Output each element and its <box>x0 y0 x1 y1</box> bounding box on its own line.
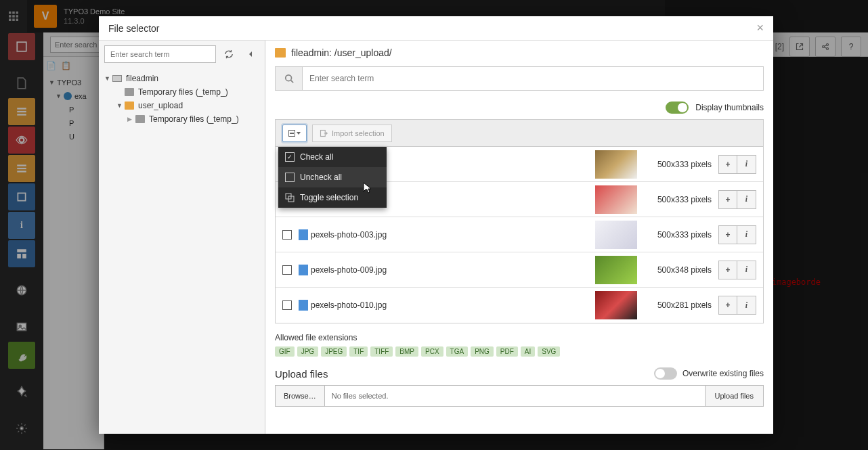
upload-section: Upload files Overwrite existing files Br… <box>275 367 764 407</box>
add-file-button[interactable]: + <box>718 296 737 315</box>
checkbox-checked-icon: ✓ <box>285 152 295 162</box>
file-info-button[interactable]: i <box>737 190 756 209</box>
file-checkbox[interactable] <box>282 300 292 310</box>
import-selection-button[interactable]: Import selection <box>312 125 392 142</box>
extension-badge: TIF <box>349 346 368 357</box>
file-thumbnail <box>595 185 637 214</box>
file-row: pexels-photo-010.jpg 500x281 pixels + i <box>276 288 763 323</box>
add-file-button[interactable]: + <box>718 190 737 209</box>
svg-point-28 <box>285 75 291 81</box>
file-checkbox[interactable] <box>282 265 292 275</box>
modal-title: File selector <box>108 23 159 34</box>
toggle-selection-item[interactable]: Toggle selection <box>278 187 387 208</box>
upload-button[interactable]: Upload files <box>706 385 764 407</box>
extension-badge: AI <box>521 346 535 357</box>
file-search-bar <box>275 66 764 91</box>
file-search-input[interactable] <box>302 66 764 91</box>
file-row: pexels-photo-009.jpg 500x348 pixels + i <box>276 252 763 288</box>
file-table-header: Import selection ✓ Check all Uncheck all <box>276 120 763 147</box>
extension-badge: JPEG <box>321 346 347 357</box>
search-icon[interactable] <box>275 66 302 91</box>
file-icon <box>299 229 308 240</box>
file-thumbnail <box>595 221 637 249</box>
folder-icon <box>135 115 145 123</box>
browse-button[interactable]: Browse… <box>275 385 325 407</box>
tree-root[interactable]: fileadmin <box>102 72 262 85</box>
folder-tree: fileadmin Temporary files (_temp_) user_… <box>99 68 265 130</box>
folder-icon <box>125 88 134 96</box>
chevron-down-icon <box>297 132 301 135</box>
file-dimensions: 500x281 pixels <box>644 300 712 310</box>
file-name[interactable]: pexels-photo-010.jpg <box>299 300 588 311</box>
file-list-panel: fileadmin: /user_upload/ Display thumbna… <box>265 41 773 434</box>
file-dimensions: 500x333 pixels <box>644 230 712 240</box>
file-row: pexels-photo-003.jpg 500x333 pixels + i <box>276 217 763 252</box>
display-thumbnails-label: Display thumbnails <box>695 103 764 112</box>
tree-node-child-temp[interactable]: Temporary files (_temp_) <box>102 112 262 126</box>
file-info-button[interactable]: i <box>737 261 756 279</box>
indeterminate-checkbox-icon <box>288 130 295 137</box>
file-table: Import selection ✓ Check all Uncheck all <box>275 119 764 323</box>
file-dimensions: 500x333 pixels <box>644 160 712 169</box>
allowed-label: Allowed file extensions <box>275 333 764 342</box>
extension-badge: PDF <box>496 346 518 357</box>
file-thumbnail <box>595 291 637 319</box>
disk-icon <box>112 75 122 82</box>
overwrite-toggle[interactable] <box>654 367 677 380</box>
file-dimensions: 500x348 pixels <box>644 265 712 275</box>
tree-node-userupload[interactable]: user_upload <box>102 99 262 112</box>
file-thumbnail <box>595 150 637 179</box>
upload-heading: Upload files <box>275 368 328 380</box>
file-status: No files selected. <box>325 385 706 407</box>
close-icon[interactable]: × <box>756 21 764 35</box>
file-info-button[interactable]: i <box>737 155 756 174</box>
uncheck-all-item[interactable]: Uncheck all <box>278 167 387 187</box>
extension-badge: GIF <box>275 346 295 357</box>
folder-tree-panel: fileadmin Temporary files (_temp_) user_… <box>99 41 265 434</box>
extension-badge: PCX <box>421 346 443 357</box>
extension-badge: SVG <box>538 346 560 357</box>
extension-badge: BMP <box>395 346 418 357</box>
selection-dropdown-menu: ✓ Check all Uncheck all <box>278 147 387 208</box>
display-thumbnails-toggle[interactable] <box>666 102 689 114</box>
file-info-button[interactable]: i <box>737 296 756 315</box>
add-file-button[interactable]: + <box>718 155 737 174</box>
breadcrumb: fileadmin: /user_upload/ <box>275 47 764 58</box>
collapse-icon[interactable] <box>242 45 259 63</box>
refresh-icon[interactable] <box>220 45 238 63</box>
extension-badge: TIFF <box>370 346 393 357</box>
allowed-extensions: Allowed file extensions GIFJPGJPEGTIFTIF… <box>275 333 764 357</box>
file-checkbox[interactable] <box>282 230 292 240</box>
file-icon <box>299 265 308 275</box>
extension-badge: PNG <box>471 346 494 357</box>
add-file-button[interactable]: + <box>718 225 737 244</box>
file-icon <box>299 300 308 311</box>
tree-search-input[interactable] <box>104 45 216 63</box>
folder-open-icon <box>125 102 134 110</box>
file-dimensions: 500x333 pixels <box>644 195 712 204</box>
toggle-selection-icon <box>285 193 295 202</box>
checkbox-empty-icon <box>285 173 295 182</box>
file-selector-modal: File selector × fileadmin Temporary file… <box>99 16 773 434</box>
folder-icon <box>275 48 286 58</box>
file-name[interactable]: pexels-photo-009.jpg <box>299 265 588 275</box>
selection-dropdown-button[interactable] <box>282 125 307 142</box>
overwrite-label: Overwrite existing files <box>682 369 764 378</box>
modal-header: File selector × <box>99 16 773 41</box>
tree-node-temp[interactable]: Temporary files (_temp_) <box>102 85 262 99</box>
file-name[interactable]: pexels-photo-003.jpg <box>299 229 588 240</box>
extension-badge: JPG <box>297 346 318 357</box>
add-file-button[interactable]: + <box>718 261 737 279</box>
file-thumbnail <box>595 256 637 284</box>
file-info-button[interactable]: i <box>737 225 756 244</box>
check-all-item[interactable]: ✓ Check all <box>278 147 387 167</box>
extension-badge: TGA <box>446 346 469 357</box>
